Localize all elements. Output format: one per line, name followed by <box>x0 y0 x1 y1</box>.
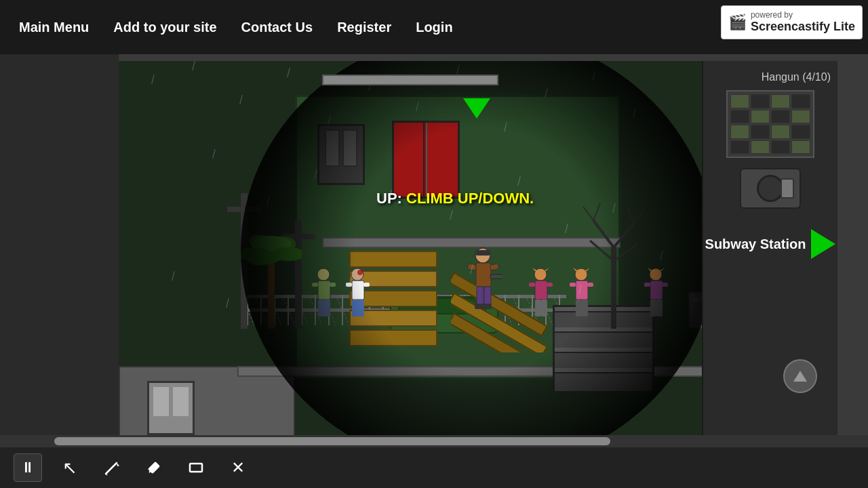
radio-side <box>781 178 794 199</box>
map-cell <box>771 110 790 124</box>
pause-button[interactable]: ⏸ <box>14 453 42 482</box>
marker-button[interactable] <box>140 453 168 482</box>
main-menu-button[interactable]: Main Menu <box>7 14 101 41</box>
svg-rect-55 <box>587 283 593 287</box>
svg-line-14 <box>634 210 644 224</box>
map-cell <box>791 110 810 124</box>
health-bar <box>322 75 498 85</box>
map-thumbnail <box>726 90 814 158</box>
building-lower-left <box>119 366 295 441</box>
svg-rect-20 <box>476 263 491 287</box>
svg-rect-19 <box>475 250 490 256</box>
right-panel: Hangun (4/10) <box>702 61 837 441</box>
svg-line-11 <box>583 207 593 220</box>
svg-rect-47 <box>547 283 553 287</box>
scrollbar-thumb[interactable] <box>54 437 610 445</box>
svg-rect-57 <box>582 300 588 317</box>
player-arrow <box>463 98 490 119</box>
map-cell <box>730 140 749 155</box>
marker-icon <box>145 459 163 476</box>
instruction-highlight: CLIMB UP/DOWN. <box>406 190 534 207</box>
svg-line-66 <box>106 463 117 474</box>
add-to-site-button[interactable]: Add to your site <box>101 14 229 41</box>
svg-rect-41 <box>358 300 364 317</box>
map-cell <box>791 140 810 155</box>
zombie-5 <box>641 268 671 329</box>
pen-icon <box>103 459 121 476</box>
map-cell <box>751 94 770 108</box>
rectangle-icon <box>187 459 205 476</box>
building-window-curtain <box>392 121 460 199</box>
contact-us-button[interactable]: Contact Us <box>229 14 326 41</box>
close-icon: ✕ <box>231 458 245 477</box>
zombie-3 <box>526 268 556 329</box>
svg-rect-65 <box>656 300 663 317</box>
pen-button[interactable] <box>98 453 126 482</box>
map-cell <box>751 125 770 139</box>
svg-line-12 <box>593 203 600 220</box>
radio-icon <box>740 168 801 209</box>
map-cell <box>771 125 790 139</box>
zombie-1 <box>309 268 339 329</box>
map-cell <box>791 94 810 108</box>
svg-rect-32 <box>318 300 324 317</box>
game-scene: MAIL <box>119 61 837 441</box>
instruction-text: UP: CLIMB UP/DOWN. <box>376 190 534 207</box>
film-icon: 🎬 <box>728 14 747 31</box>
svg-rect-38 <box>346 283 352 287</box>
scrollbar-track[interactable] <box>0 435 868 447</box>
svg-rect-62 <box>644 283 650 287</box>
svg-marker-67 <box>117 463 119 466</box>
svg-rect-49 <box>541 300 547 317</box>
close-button[interactable]: ✕ <box>224 453 252 482</box>
login-button[interactable]: Login <box>403 14 465 41</box>
building-window-left <box>317 124 365 185</box>
subway-station-label: Subway Station <box>705 236 806 252</box>
zombie-4 <box>566 268 597 329</box>
svg-rect-21 <box>467 264 476 270</box>
pause-icon: ⏸ <box>20 459 35 476</box>
svg-rect-39 <box>363 283 370 287</box>
svg-rect-54 <box>570 283 576 287</box>
screencastify-badge: 🎬 powered by Screencastify Lite <box>721 5 863 39</box>
badge-powered-by: powered by <box>751 10 855 20</box>
register-button[interactable]: Register <box>325 14 403 41</box>
game-area: MAIL <box>0 54 868 461</box>
map-cell <box>730 110 749 124</box>
svg-rect-46 <box>529 283 535 287</box>
svg-rect-45 <box>535 281 547 300</box>
svg-marker-52 <box>585 268 590 271</box>
svg-point-36 <box>361 270 363 272</box>
cursor-button[interactable]: ↖ <box>56 453 84 482</box>
svg-rect-23 <box>490 274 502 279</box>
map-cell <box>730 94 749 108</box>
radio-circle <box>757 175 784 202</box>
svg-rect-64 <box>650 300 656 317</box>
next-location-arrow[interactable] <box>811 229 835 259</box>
zombie-2 <box>342 268 373 329</box>
svg-rect-56 <box>576 300 582 317</box>
svg-rect-25 <box>484 287 491 306</box>
svg-line-13 <box>627 207 634 224</box>
svg-rect-33 <box>324 300 330 317</box>
svg-rect-37 <box>352 281 364 300</box>
palm-tree <box>241 207 302 329</box>
svg-rect-29 <box>318 281 330 300</box>
scroll-indicator[interactable] <box>783 359 817 393</box>
svg-rect-63 <box>662 283 668 287</box>
svg-rect-71 <box>190 464 202 472</box>
subway-nav: Subway Station <box>705 229 836 259</box>
toolbar: ⏸ ↖ ✕ <box>0 447 868 488</box>
location-title: Hangun (4/10) <box>703 68 837 87</box>
svg-rect-61 <box>650 281 663 300</box>
svg-line-68 <box>106 474 107 475</box>
svg-point-28 <box>317 268 330 281</box>
svg-rect-48 <box>535 300 541 317</box>
svg-rect-31 <box>330 283 336 287</box>
svg-marker-60 <box>659 268 665 271</box>
svg-line-10 <box>614 244 637 261</box>
rectangle-button[interactable] <box>182 453 210 482</box>
window-lower-left <box>147 381 195 435</box>
player-character <box>465 247 502 315</box>
map-cell <box>771 140 790 155</box>
